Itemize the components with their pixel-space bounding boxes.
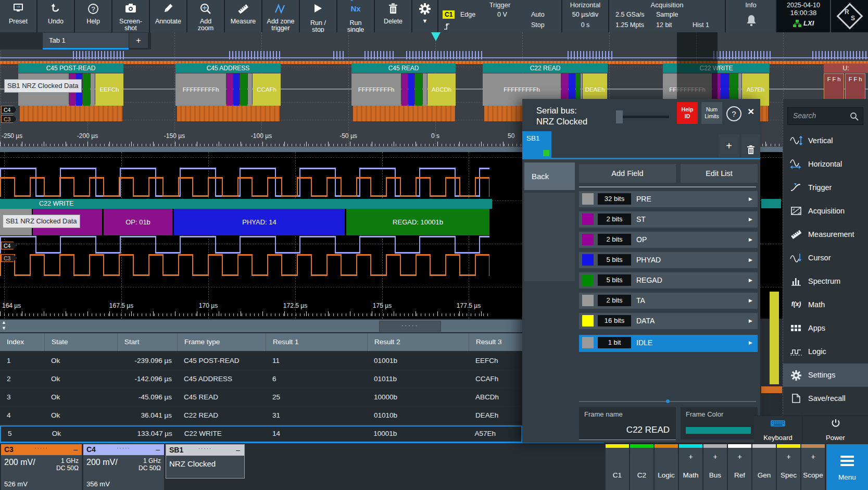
keyboard-button[interactable]: Keyboard	[754, 416, 802, 443]
minimize-button[interactable]: –	[236, 445, 240, 456]
run-single-button[interactable]: Nˆx Run single	[337, 0, 375, 32]
sidebar-item-acquisition[interactable]: Acquisition	[783, 199, 868, 223]
field-color-swatch[interactable]	[582, 193, 594, 205]
toolbar-settings-button[interactable]: ▼	[412, 0, 438, 32]
preset-button[interactable]: Preset	[0, 0, 37, 32]
scope-signal-button[interactable]: +Scope	[801, 444, 825, 490]
acquisition-info-panel[interactable]: Acquisition 2.5 GSa/s 1.25 Mpts Sample 1…	[609, 0, 726, 32]
dialog-help-button[interactable]: ?	[726, 106, 741, 121]
table-row[interactable]: 2Ok -142.096 µsC45 ADDRESS 601011b CCAFh	[0, 371, 522, 387]
edit-list-button[interactable]: Edit List	[681, 164, 758, 183]
field-row-ta[interactable]: 2 bitsTA ▶	[579, 293, 758, 309]
column-header[interactable]: Index	[0, 333, 44, 351]
horizontal-info-panel[interactable]: Horizontal 50 µs/div 0 s	[562, 0, 609, 32]
sidebar-item-cursor[interactable]: Cursor	[783, 246, 868, 270]
field-color-swatch[interactable]	[582, 295, 594, 306]
annotate-button[interactable]: Annotate	[150, 0, 187, 32]
field-row-op[interactable]: 2 bitsOP ▶	[579, 232, 758, 248]
help-id-button[interactable]: HelpID	[677, 102, 698, 124]
chevron-down-icon[interactable]: ▼	[412, 18, 437, 24]
c3-channel-card[interactable]: C3 ····· – 200 mV/ 1 GHzDC 50Ω 526 mV	[1, 444, 82, 490]
search-input[interactable]: Search	[787, 107, 863, 125]
ref-signal-button[interactable]: +Ref	[728, 444, 751, 490]
zoom-bus-label-overlay[interactable]: SB1 NRZ Clocked Data	[3, 215, 80, 228]
field-row-regad[interactable]: 5 bitsREGAD ▶	[579, 272, 758, 288]
field-row-st[interactable]: 2 bitsST ▶	[579, 211, 758, 228]
dialog-close-button[interactable]: ×	[748, 105, 754, 118]
field-color-swatch[interactable]	[582, 254, 594, 266]
field-color-swatch[interactable]	[582, 274, 594, 286]
field-row-idle-selected[interactable]: 1 bitIDLE ▶	[579, 335, 758, 352]
minimize-button[interactable]: –	[73, 444, 78, 455]
decoded-frame[interactable]: C45 ADDRESS FFFFFFFFFh CCAFh	[175, 64, 281, 106]
field-row-phyad[interactable]: 5 bitsPHYAD ▶	[579, 252, 758, 268]
table-row[interactable]: 4Ok 36.041 µsC22 READ 3101010b DEAEh	[0, 407, 522, 424]
bus-signal-button[interactable]: +Bus	[703, 444, 727, 490]
c1-signal-button[interactable]: C1	[606, 444, 629, 490]
sidebar-item-settings[interactable]: Settings	[783, 363, 868, 387]
undo-button[interactable]: Undo	[37, 0, 75, 32]
back-button[interactable]: Back	[524, 162, 575, 190]
field-color-swatch[interactable]	[582, 315, 594, 326]
zone-trigger-button[interactable]: Add zone trigger	[262, 0, 300, 32]
tab-1[interactable]: Tab 1	[43, 33, 129, 48]
sidebar-item-save-recall[interactable]: Save/recall	[783, 387, 868, 410]
table-splitter[interactable]: ▲▼ ·····	[0, 320, 522, 332]
field-color-swatch[interactable]	[582, 234, 594, 245]
sidebar-item-trigger[interactable]: Trigger	[783, 176, 868, 199]
table-row[interactable]: 1Ok -239.096 µsC45 POST-READ 1101001b EE…	[0, 353, 522, 369]
help-button[interactable]: ? Help	[75, 0, 112, 32]
logic-signal-button[interactable]: Logic	[655, 444, 678, 490]
column-header[interactable]: Frame type	[177, 333, 266, 351]
clock-panel[interactable]: 2025-04-10 16:00:38 LXI	[777, 0, 830, 32]
column-header[interactable]: State	[44, 333, 117, 351]
bus-tab-sb1[interactable]: SB1	[522, 131, 551, 159]
decoded-frame[interactable]: C45 READ FFFFFFFFFh ABCDh	[351, 64, 456, 106]
info-panel[interactable]: Info	[726, 0, 777, 32]
sidebar-item-spectrum[interactable]: Spectrum	[783, 270, 868, 293]
table-row-selected[interactable]: 5Ok 133.047 µsC22 WRITE 1410001b A57Eh	[0, 425, 522, 443]
sidebar-item-math[interactable]: f(x) Math	[783, 293, 868, 317]
zoom-segment[interactable]: OP: 01b	[104, 209, 172, 235]
field-row-data[interactable]: 16 bitsDATA ▶	[579, 313, 758, 329]
sidebar-item-horizontal[interactable]: Horizontal	[783, 153, 868, 176]
dialog-transparency-slider[interactable]	[617, 116, 669, 118]
run-stop-button[interactable]: Run / stop	[300, 0, 337, 32]
trigger-position-marker[interactable]	[431, 32, 441, 41]
sidebar-item-vertical[interactable]: Vertical	[783, 129, 868, 153]
frame-name-field[interactable]: Frame name C22 READ	[579, 407, 676, 440]
add-zoom-button[interactable]: Add zoom	[187, 0, 225, 32]
menu-button[interactable]: Menu	[826, 444, 868, 490]
column-header[interactable]: Start	[117, 333, 177, 351]
field-color-swatch[interactable]	[582, 337, 594, 348]
spec-signal-button[interactable]: +Spec	[777, 444, 800, 490]
delete-button[interactable]: Delete	[375, 0, 412, 32]
zoom-segment[interactable]: PHYAD: 14	[174, 209, 345, 235]
table-row[interactable]: 3Ok -45.096 µsC45 READ 2510000b ABCDh	[0, 389, 522, 406]
num-limits-button[interactable]: NumLimits	[701, 102, 722, 124]
zoom-frame-header[interactable]: C22 WRITE	[0, 199, 492, 209]
splitter-drag-handle[interactable]: ·····	[379, 321, 441, 332]
math-signal-button[interactable]: +Math	[679, 444, 702, 490]
sidebar-item-apps[interactable]: Apps	[783, 317, 868, 340]
field-row-pre[interactable]: 32 bitsPRE ▶	[579, 191, 758, 207]
sidebar-item-measurement[interactable]: Measurement	[783, 223, 868, 246]
c4-channel-card[interactable]: C4 ····· – 200 mV/ 1 GHzDC 50Ω 356 mV	[83, 444, 164, 490]
power-button[interactable]: Power	[802, 416, 868, 443]
zoom-segment[interactable]: REGAD: 10001b	[346, 209, 489, 235]
add-field-button[interactable]: Add Field	[579, 164, 676, 183]
add-tab-button[interactable]: +	[129, 33, 148, 48]
trigger-info-panel[interactable]: Trigger C1 Edge 0 V Auto Stop	[438, 0, 562, 32]
dialog-slider-handle[interactable]	[616, 110, 623, 123]
delete-bus-button[interactable]	[741, 134, 760, 157]
sidebar-item-logic[interactable]: Logic	[783, 340, 868, 363]
frame-color-swatch[interactable]	[686, 427, 751, 434]
field-color-swatch[interactable]	[582, 213, 594, 225]
frame-color-field[interactable]: Frame Color	[681, 407, 758, 439]
column-header[interactable]: Result 2	[367, 333, 469, 351]
measure-button[interactable]: Measure	[225, 0, 262, 32]
column-header[interactable]: Result 1	[266, 333, 367, 351]
minimize-button[interactable]: –	[156, 444, 160, 455]
bus-label-overlay[interactable]: SB1 NRZ Clocked Data	[4, 79, 82, 93]
add-bus-button[interactable]: +	[719, 134, 739, 157]
